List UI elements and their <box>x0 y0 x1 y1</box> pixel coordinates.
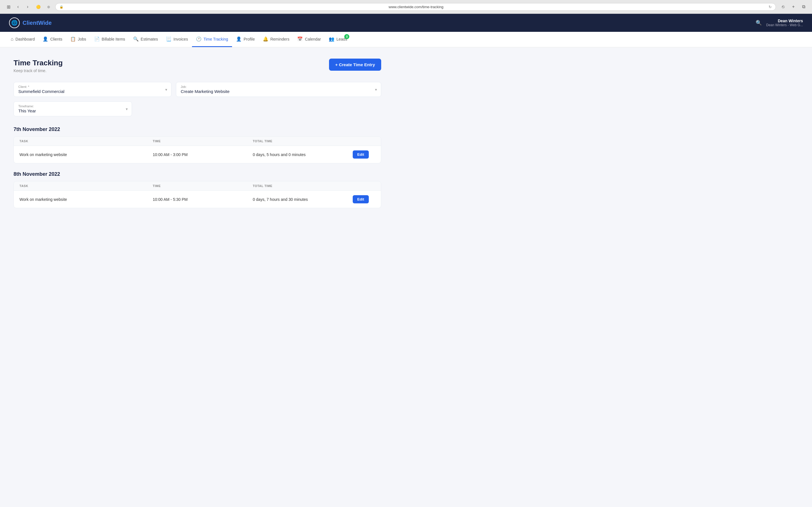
nav-item-jobs[interactable]: 📋 Jobs <box>66 32 90 47</box>
date-section-1: 8th November 2022TASKTIMETOTAL TIMEWork … <box>13 171 381 208</box>
invoices-nav-icon: 📃 <box>166 36 171 42</box>
create-time-entry-button[interactable]: + Create Time Entry <box>329 59 381 71</box>
user-name: Dean Winters <box>766 18 803 23</box>
share-btn[interactable]: ⎋ <box>779 3 787 11</box>
refresh-icon[interactable]: ↻ <box>769 5 772 9</box>
lock-icon: 🔒 <box>59 5 63 9</box>
client-chevron-icon: ▾ <box>165 87 167 92</box>
address-bar[interactable]: 🔒 www.clientwide.com/time-tracking ↻ <box>55 3 776 11</box>
time-cell-1-0: 10:00 AM - 5:30 PM <box>153 197 253 202</box>
nav-label-jobs: Jobs <box>78 37 86 41</box>
table-header-cell-1-1: TIME <box>153 184 253 187</box>
table-header-1: TASKTIMETOTAL TIME <box>14 181 381 191</box>
table-header-cell-0-2: TOTAL TIME <box>253 139 353 143</box>
search-icon[interactable]: 🔍 <box>756 20 762 26</box>
total-time-cell-1-0: 0 days, 7 hours and 30 minutes <box>253 197 353 202</box>
logo: 🌐 ClientWide <box>9 17 52 28</box>
timeframe-filter-value: This Year <box>18 108 127 113</box>
windows-btn[interactable]: ⧉ <box>800 3 808 11</box>
table-header-0: TASKTIMETOTAL TIME <box>14 136 381 146</box>
logo-light: Client <box>22 20 38 26</box>
nav-label-billable-items: Billable Items <box>102 37 125 41</box>
nav-item-profile[interactable]: 👤 Profile <box>232 32 259 47</box>
total-time-cell-0-0: 0 days, 5 hours and 0 minutes <box>253 152 353 157</box>
nav-item-reminders[interactable]: 🔔 Reminders <box>259 32 294 47</box>
estimates-nav-icon: 🔍 <box>133 36 139 42</box>
new-tab-btn[interactable]: + <box>790 3 797 11</box>
page-subtitle: Keep track of time. <box>13 68 63 73</box>
table-header-cell-0-0: TASK <box>19 139 153 143</box>
nav-item-estimates[interactable]: 🔍 Estimates <box>129 32 162 47</box>
client-filter[interactable]: Client: * Summefield Commercial ▾ <box>13 82 171 97</box>
date-section-0: 7th November 2022TASKTIMETOTAL TIMEWork … <box>13 126 381 163</box>
logo-icon: 🌐 <box>9 17 20 28</box>
date-heading-1: 8th November 2022 <box>13 171 381 177</box>
job-chevron-icon: ▾ <box>375 87 377 92</box>
nav-item-calendar[interactable]: 📅 Calendar <box>293 32 325 47</box>
timeframe-filter[interactable]: Timeframe: This Year ▾ <box>13 101 132 116</box>
page-title-area: Time Tracking Keep track of time. <box>13 59 63 73</box>
nav-label-time-tracking: Time Tracking <box>204 37 228 41</box>
jobs-nav-icon: 📋 <box>70 36 76 42</box>
task-cell-1-0: Work on marketing website <box>19 197 153 202</box>
table-header-cell-0-1: TIME <box>153 139 253 143</box>
page-title: Time Tracking <box>13 59 63 67</box>
forward-btn[interactable]: › <box>24 3 32 11</box>
time-table-1: TASKTIMETOTAL TIMEWork on marketing webs… <box>13 181 381 208</box>
action-cell-1-0: Edit <box>353 195 375 203</box>
clients-nav-icon: 👤 <box>43 36 48 42</box>
tab-icon-2: ⊕ <box>45 3 52 10</box>
task-cell-0-0: Work on marketing website <box>19 152 153 157</box>
main-nav: ⌂ Dashboard 👤 Clients 📋 Jobs 📄 Billable … <box>0 32 812 47</box>
page-header: Time Tracking Keep track of time. + Crea… <box>13 59 381 73</box>
calendar-nav-icon: 📅 <box>297 36 303 42</box>
reminders-nav-icon: 🔔 <box>263 36 268 42</box>
date-heading-0: 7th November 2022 <box>13 126 381 132</box>
timeframe-chevron-icon: ▾ <box>126 107 128 111</box>
logo-text: ClientWide <box>22 20 52 26</box>
nav-label-dashboard: Dashboard <box>15 37 35 41</box>
tab-icon-1: 🟡 <box>35 3 42 10</box>
action-cell-0-0: Edit <box>353 151 375 159</box>
job-filter-value: Create Marketing Website <box>181 89 376 94</box>
table-header-cell-1-0: TASK <box>19 184 153 187</box>
client-filter-value: Summefield Commercial <box>18 89 167 94</box>
edit-button-0-0[interactable]: Edit <box>353 151 369 159</box>
table-header-cell-1-2: TOTAL TIME <box>253 184 353 187</box>
browser-actions: ⎋ + ⧉ <box>779 3 808 11</box>
nav-item-time-tracking[interactable]: 🕐 Time Tracking <box>192 32 232 47</box>
logo-bold: Wide <box>38 20 52 26</box>
nav-item-dashboard[interactable]: ⌂ Dashboard <box>7 32 39 47</box>
nav-label-profile: Profile <box>244 37 255 41</box>
dashboard-nav-icon: ⌂ <box>11 37 13 42</box>
billable-items-nav-icon: 📄 <box>94 36 100 42</box>
browser-nav: ⊞ ‹ › <box>4 3 32 11</box>
time-sections: 7th November 2022TASKTIMETOTAL TIMEWork … <box>13 126 381 208</box>
app-header: 🌐 ClientWide 🔍 Dean Winters Dean Winters… <box>0 14 812 32</box>
table-header-cell-1-3 <box>353 184 375 187</box>
sidebar-toggle-btn[interactable]: ⊞ <box>4 3 12 11</box>
main-content: Time Tracking Keep track of time. + Crea… <box>0 47 395 227</box>
nav-badge-leads: 0 <box>344 34 349 39</box>
user-info: Dean Winters Dean Winters - Web G... <box>766 18 803 27</box>
nav-item-leads[interactable]: 👥 Leads 0 <box>325 32 351 47</box>
header-right: 🔍 Dean Winters Dean Winters - Web G... <box>756 18 803 27</box>
nav-item-invoices[interactable]: 📃 Invoices <box>162 32 192 47</box>
user-sub: Dean Winters - Web G... <box>766 23 803 27</box>
time-table-0: TASKTIMETOTAL TIMEWork on marketing webs… <box>13 136 381 163</box>
back-btn[interactable]: ‹ <box>14 3 22 11</box>
filters-row-2: Timeframe: This Year ▾ <box>13 101 381 116</box>
nav-label-invoices: Invoices <box>173 37 188 41</box>
time-tracking-nav-icon: 🕐 <box>196 36 202 42</box>
leads-nav-icon: 👥 <box>329 36 335 42</box>
timeframe-filter-label: Timeframe: <box>18 105 127 108</box>
nav-item-billable-items[interactable]: 📄 Billable Items <box>90 32 129 47</box>
nav-label-estimates: Estimates <box>141 37 158 41</box>
browser-chrome: ⊞ ‹ › 🟡 ⊕ 🔒 www.clientwide.com/time-trac… <box>0 0 812 14</box>
nav-item-clients[interactable]: 👤 Clients <box>39 32 66 47</box>
edit-button-1-0[interactable]: Edit <box>353 195 369 203</box>
nav-label-calendar: Calendar <box>305 37 321 41</box>
job-filter[interactable]: Job: Create Marketing Website ▾ <box>176 82 381 97</box>
profile-nav-icon: 👤 <box>236 36 242 42</box>
job-filter-label: Job: <box>181 85 376 89</box>
